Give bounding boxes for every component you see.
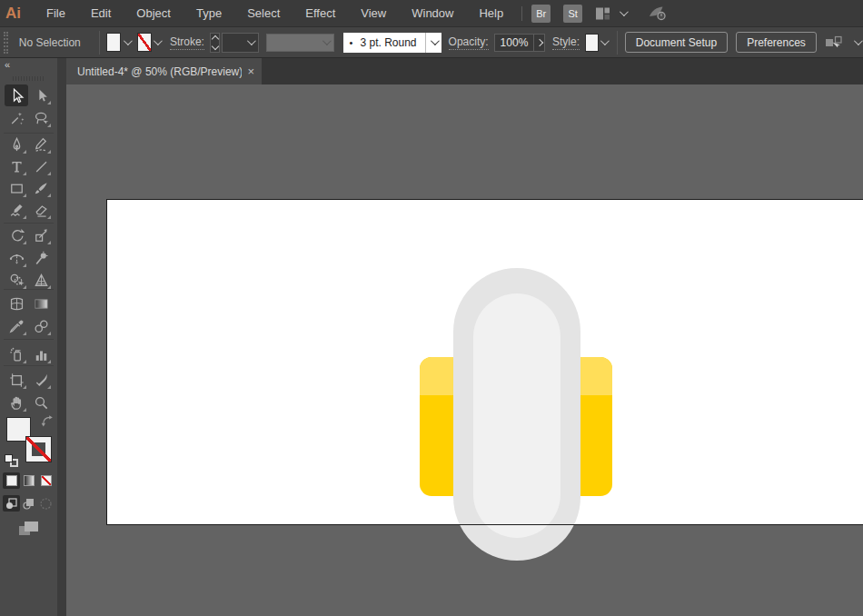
tool-column-graph[interactable] <box>29 343 53 365</box>
opacity-field[interactable]: 100% <box>494 34 535 52</box>
tool-group-divider <box>4 289 54 290</box>
color-type-row <box>3 472 55 489</box>
tool-shaper[interactable] <box>5 199 28 221</box>
graphic-style-swatch[interactable] <box>585 34 599 52</box>
select-similar-icon[interactable] <box>825 35 843 50</box>
illustrator-window: Ai FileEditObjectTypeSelectEffectViewWin… <box>0 0 863 616</box>
stroke-color-swatch[interactable] <box>137 33 152 52</box>
draw-inside-button[interactable] <box>37 495 55 512</box>
menu-items: FileEditObjectTypeSelectEffectViewWindow… <box>34 0 516 27</box>
tool-slice[interactable] <box>29 369 53 391</box>
menubar-divider <box>521 6 522 21</box>
dock-edge <box>57 58 66 616</box>
workspace-switcher-icon[interactable] <box>595 6 610 21</box>
stroke-label[interactable]: Stroke: <box>170 35 204 50</box>
selection-status: No Selection <box>19 36 81 49</box>
tool-line-segment[interactable] <box>29 155 53 177</box>
divider <box>617 31 618 55</box>
tool-paintbrush[interactable] <box>29 177 53 199</box>
screen-mode-icon[interactable] <box>18 520 40 538</box>
tool-artboard[interactable] <box>5 369 28 391</box>
canvas-area[interactable] <box>66 84 863 616</box>
menu-item-type[interactable]: Type <box>184 0 234 27</box>
style-chevron-icon[interactable] <box>599 33 610 52</box>
tool-zoom[interactable] <box>29 392 53 413</box>
workspace-chevron-icon[interactable] <box>620 10 626 16</box>
tool-pen[interactable] <box>5 134 28 155</box>
drawing-mode-row <box>3 495 55 512</box>
tool-selection[interactable] <box>5 84 28 106</box>
document-setup-button[interactable]: Document Setup <box>625 32 728 53</box>
default-fill-stroke-icon[interactable] <box>5 454 18 467</box>
tool-mesh[interactable] <box>5 293 28 314</box>
brush-preview-icon: • <box>350 37 353 48</box>
bridge-button[interactable]: Br <box>531 5 551 23</box>
none-diagonal <box>26 437 51 462</box>
tool-lasso[interactable] <box>29 107 53 129</box>
document-tab-title: Untitled-4* @ 50% (RGB/Preview) <box>77 65 242 78</box>
tool-gradient[interactable] <box>29 293 53 314</box>
stroke-weight-dropdown[interactable] <box>222 33 259 53</box>
tool-rotate[interactable] <box>5 224 28 246</box>
tool-shape-builder[interactable] <box>5 269 28 291</box>
tool-type[interactable] <box>5 155 28 177</box>
tool-perspective-grid[interactable] <box>29 269 53 291</box>
tool-panel-grip[interactable] <box>13 76 44 81</box>
tool-scale[interactable] <box>29 224 53 246</box>
stroke-indicator[interactable] <box>26 437 51 462</box>
tool-blend[interactable] <box>29 315 53 337</box>
stroke-weight-stepper[interactable] <box>210 33 220 53</box>
width-profile-dropdown <box>266 34 334 52</box>
collapse-panel-icon[interactable]: « <box>5 59 9 70</box>
select-similar-chevron-icon[interactable] <box>852 33 863 52</box>
control-bar-grip[interactable] <box>4 32 8 54</box>
tool-group-divider <box>4 339 54 340</box>
stroke-color-chevron-icon[interactable] <box>152 33 163 52</box>
menu-item-window[interactable]: Window <box>399 0 466 27</box>
tool-width[interactable] <box>5 247 28 269</box>
document-tab[interactable]: Untitled-4* @ 50% (RGB/Preview) × <box>66 58 262 84</box>
tool-magic-wand[interactable] <box>5 107 28 129</box>
opacity-expand-icon[interactable] <box>534 34 545 52</box>
brush-definition-dropdown[interactable]: • 3 pt. Round <box>343 33 441 53</box>
brush-field[interactable]: • 3 pt. Round <box>343 33 425 53</box>
brush-chevron-icon[interactable] <box>425 33 441 53</box>
tool-panel: « <box>0 58 57 616</box>
draw-normal-button[interactable] <box>3 495 20 512</box>
tool-hand[interactable] <box>5 392 28 413</box>
none-button[interactable] <box>37 472 55 489</box>
color-button[interactable] <box>3 472 20 489</box>
opacity-label[interactable]: Opacity: <box>449 35 489 50</box>
menu-item-effect[interactable]: Effect <box>293 0 348 27</box>
tool-eyedropper[interactable] <box>5 315 28 337</box>
tool-symbol-sprayer[interactable] <box>5 343 28 365</box>
brush-name: 3 pt. Round <box>360 36 416 49</box>
stock-button[interactable]: St <box>563 5 582 23</box>
draw-behind-button[interactable] <box>20 495 37 512</box>
fill-color-chevron-icon[interactable] <box>121 33 132 52</box>
menu-item-view[interactable]: View <box>348 0 399 27</box>
tool-puppet-warp[interactable] <box>29 247 53 269</box>
tool-group-divider <box>4 365 54 366</box>
fill-color-swatch[interactable] <box>106 33 121 52</box>
tool-curvature[interactable] <box>29 134 53 155</box>
app-logo: Ai <box>5 5 21 23</box>
style-label[interactable]: Style: <box>552 35 580 50</box>
tool-direct-selection[interactable] <box>29 84 53 106</box>
preferences-button[interactable]: Preferences <box>736 32 817 53</box>
gpu-performance-icon[interactable] <box>648 5 668 22</box>
artwork-capsule-inner[interactable] <box>473 293 560 538</box>
menu-item-object[interactable]: Object <box>124 0 184 27</box>
tab-close-icon[interactable]: × <box>247 65 254 77</box>
tool-rectangle[interactable] <box>5 177 28 199</box>
menu-item-edit[interactable]: Edit <box>78 0 124 27</box>
gradient-button[interactable] <box>20 472 37 489</box>
menu-item-help[interactable]: Help <box>466 0 516 27</box>
menu-item-file[interactable]: File <box>34 0 78 27</box>
menu-bar: Ai FileEditObjectTypeSelectEffectViewWin… <box>0 0 863 27</box>
swap-fill-stroke-icon[interactable] <box>41 414 55 428</box>
divider <box>99 31 100 55</box>
tool-eraser[interactable] <box>29 199 53 221</box>
document-tab-bar: Untitled-4* @ 50% (RGB/Preview) × <box>66 58 863 84</box>
menu-item-select[interactable]: Select <box>234 0 293 27</box>
